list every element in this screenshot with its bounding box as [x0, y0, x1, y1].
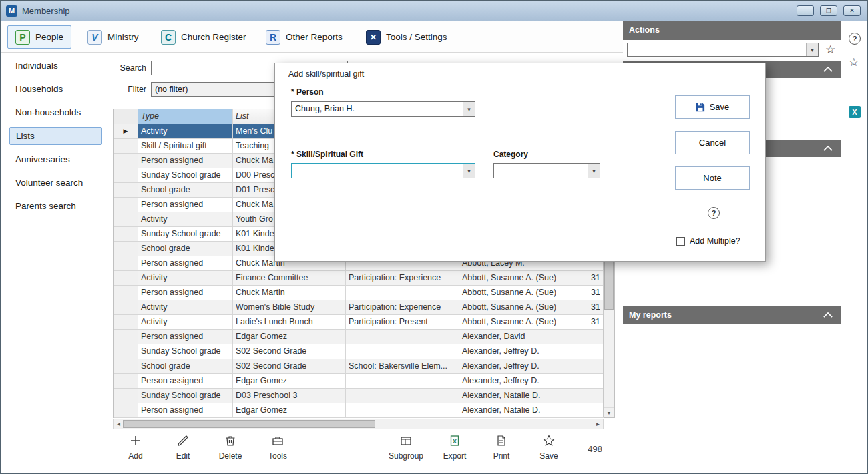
row-selector[interactable] — [114, 242, 138, 256]
sidebar-item-non-households[interactable]: Non-households — [1, 103, 111, 122]
edit-button[interactable]: Edit — [164, 433, 202, 461]
row-selector[interactable] — [114, 403, 138, 418]
my-reports-panel-header[interactable]: My reports — [623, 306, 841, 324]
cell-type: Person assigned — [138, 330, 233, 344]
row-selector[interactable]: ▶ — [114, 124, 138, 139]
column-header-type[interactable]: Type — [138, 109, 233, 124]
row-selector[interactable] — [114, 374, 138, 389]
ribbon-tab-tools-settings[interactable]: ✕Tools / Settings — [358, 25, 455, 49]
cell-type: Activity — [138, 212, 233, 227]
help-icon[interactable]: ? — [849, 33, 861, 45]
ribbon-tab-label: Church Register — [181, 32, 246, 42]
cell-description: Participation: Present — [346, 315, 459, 330]
maximize-button[interactable]: ❐ — [820, 5, 837, 16]
scroll-left-arrow[interactable]: ◄ — [114, 419, 124, 429]
table-row[interactable]: Sunday School gradeD03 Preschool 3Alexan… — [114, 389, 614, 403]
horizontal-scrollbar[interactable]: ◄ ► — [113, 419, 604, 429]
ribbon-tab-other-reports[interactable]: ROther Reports — [258, 25, 351, 49]
cell-type: Person assigned — [138, 154, 233, 168]
minimize-button[interactable]: ─ — [797, 5, 814, 16]
trash-icon — [223, 433, 238, 448]
row-selector[interactable] — [114, 389, 138, 403]
print-button[interactable]: Print — [482, 433, 521, 461]
help-icon[interactable]: ? — [708, 207, 720, 219]
table-row[interactable]: Person assignedEdgar GomezAlexander, Jef… — [114, 374, 614, 389]
cell-type: School grade — [138, 183, 233, 198]
row-selector[interactable] — [114, 344, 138, 359]
note-button[interactable]: Note — [675, 166, 750, 190]
sidebar-item-households[interactable]: Households — [1, 80, 111, 98]
person-label: * Person — [291, 87, 324, 97]
table-row[interactable]: Sunday School gradeS02 Second GradeAlexa… — [114, 344, 614, 359]
table-row[interactable]: ActivityFinance CommitteeParticipation: … — [114, 271, 614, 286]
cancel-button[interactable]: Cancel — [675, 131, 750, 154]
actions-select[interactable]: ▾ — [627, 43, 819, 57]
row-selector[interactable] — [114, 183, 138, 198]
ribbon-tab-ministry[interactable]: VMinistry — [79, 25, 147, 49]
cell-age — [588, 403, 604, 418]
tools-settings-icon: ✕ — [366, 30, 381, 45]
table-row[interactable]: Person assignedChuck MartinAbbott, Susan… — [114, 286, 614, 300]
table-row[interactable]: Person assignedEdgar GomezAlexander, Dav… — [114, 330, 614, 344]
person-select[interactable]: Chung, Brian H. ▾ — [291, 101, 475, 117]
toolbar-button-label: Delete — [219, 451, 242, 461]
sidebar-item-lists[interactable]: Lists — [9, 127, 102, 145]
export-button[interactable]: XExport — [435, 433, 474, 461]
star-icon — [541, 433, 556, 448]
sidebar-item-individuals[interactable]: Individuals — [1, 57, 111, 75]
excel-icon[interactable]: X — [849, 106, 861, 118]
row-selector[interactable] — [114, 154, 138, 168]
row-selector[interactable] — [114, 256, 138, 271]
row-selector[interactable] — [114, 139, 138, 154]
collapse-chevron-icon[interactable] — [823, 67, 833, 72]
category-select[interactable]: ▾ — [493, 163, 600, 178]
subgroup-button[interactable]: Subgroup — [387, 433, 425, 461]
scroll-right-arrow[interactable]: ► — [593, 419, 603, 429]
save-button[interactable]: Save — [529, 433, 568, 461]
skill-select[interactable]: ▾ — [291, 163, 475, 178]
cell-age — [588, 389, 604, 403]
svg-text:X: X — [453, 438, 457, 445]
row-selector[interactable] — [114, 227, 138, 242]
table-row[interactable]: Person assignedEdgar GomezAlexander, Nat… — [114, 403, 614, 418]
actions-panel-header[interactable]: Actions — [623, 21, 841, 40]
table-row[interactable]: ActivityLadie's Lunch BunchParticipation… — [114, 315, 614, 330]
table-row[interactable]: ActivityWomen's Bible StudyParticipation… — [114, 300, 614, 315]
add-multiple-checkbox[interactable]: Add Multiple? — [676, 236, 740, 246]
row-selector[interactable] — [114, 315, 138, 330]
row-selector[interactable] — [114, 212, 138, 227]
cell-age: 31 — [588, 271, 604, 286]
ribbon-tab-church-register[interactable]: CChurch Register — [153, 25, 254, 49]
toolbar-button-label: Export — [443, 451, 467, 461]
category-label: Category — [493, 150, 528, 159]
add-button[interactable]: Add — [116, 433, 155, 461]
cell-type: Sunday School grade — [138, 389, 233, 403]
sidebar-item-parents-search[interactable]: Parents search — [1, 197, 111, 215]
pencil-icon — [176, 433, 190, 448]
app-icon: M — [6, 5, 17, 17]
collapse-chevron-icon[interactable] — [823, 312, 833, 318]
row-selector[interactable] — [114, 359, 138, 374]
row-selector[interactable] — [114, 286, 138, 300]
table-row[interactable]: School gradeS02 Second GradeSchool: Bake… — [114, 359, 614, 374]
scroll-down-arrow[interactable]: ▼ — [604, 407, 614, 417]
row-selector[interactable] — [114, 330, 138, 344]
scrollbar-thumb[interactable] — [123, 420, 375, 428]
favorite-star-icon[interactable]: ☆ — [825, 43, 835, 57]
cell-age: 31 — [588, 315, 604, 330]
row-selector[interactable] — [114, 271, 138, 286]
sidebar-item-anniversaries[interactable]: Anniversaries — [1, 150, 111, 168]
row-selector[interactable] — [114, 168, 138, 183]
collapse-chevron-icon[interactable] — [823, 146, 833, 151]
row-selector[interactable] — [114, 300, 138, 315]
row-selector[interactable] — [114, 198, 138, 212]
cell-age — [588, 344, 604, 359]
favorites-icon[interactable]: ☆ — [849, 55, 859, 69]
panel-title: Actions — [629, 25, 660, 35]
close-button[interactable]: ✕ — [843, 5, 861, 16]
sidebar-item-volunteer-search[interactable]: Volunteer search — [1, 174, 111, 192]
ribbon-tab-people[interactable]: PPeople — [7, 25, 71, 49]
save-button[interactable]: Save — [675, 95, 750, 119]
tools-button[interactable]: Tools — [258, 433, 297, 461]
delete-button[interactable]: Delete — [211, 433, 250, 461]
